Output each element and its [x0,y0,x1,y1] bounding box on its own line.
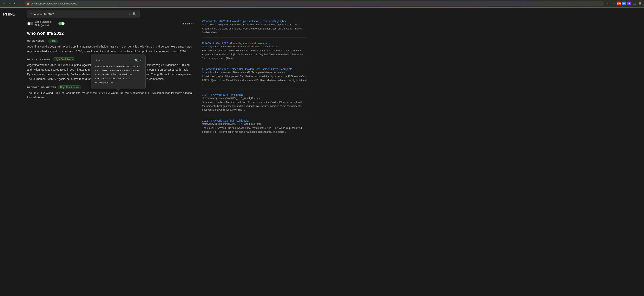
detail-toggle-dot [62,22,64,25]
search-result-4: 2022 FIFA World Cup final – Wikipedia ht… [202,119,307,134]
result-url: https://olympics.com/en/news/fifa-world-… [202,45,307,48]
search-result-0: Who won the 2022 FIFA World Cup? Final s… [202,19,307,38]
filter-row: Code Snippets Only (faster) | any time ~ [27,18,194,29]
quick-answer-confidence: High [48,39,58,43]
search-query-text: who won fifa 2022 [30,12,127,16]
extensions-button[interactable]: ▬ [632,1,636,5]
background-answer-text: The 2022 FIFA World Cup Final was the fi… [27,91,194,100]
search-result-2: FIFA World Cup 2022: Golden Ball, Golden… [202,67,307,89]
detailed-answer-confidence: High Confidence [52,57,75,61]
result-divider [202,37,307,38]
quick-answer-header: QUICK ANSWER High [27,39,194,43]
result-url: https://olympics.com/en/news/fifa-world-… [202,71,307,74]
source-tooltip: Source 🔍 × It was Argentina's third titl… [91,54,146,89]
background-answer-label: BACKGROUND ANSWER [27,86,56,88]
share-button[interactable]: ⬆ [606,1,610,6]
detailed-answer-label: DETAILED ANSWER [27,58,51,60]
result-title[interactable]: 2022 FIFA World Cup – Wikipedia [202,93,243,96]
page: PHIND who won fifa 2022 × 🔍 Code Snippet… [0,8,644,295]
result-title[interactable]: FIFA World Cup 2022: Golden Ball, Golden… [202,67,296,71]
source-tooltip-title: Source [95,59,103,62]
result-divider [202,89,307,89]
quick-answer-text: Argentina won the 2022 FIFA World Cup fi… [27,44,194,54]
detail-toggle[interactable] [58,22,65,25]
url-plus-button[interactable]: + [284,71,285,73]
search-result-1: FIFA World Cup 2022: All results, scores… [202,41,307,63]
address-text: phind.com/search?q=who+won+fifa+2022 [31,2,602,5]
browser-actions: ⬆ ☆ ABP G ✦ ▬ ☰ [606,1,642,6]
source-tooltip-close-button[interactable]: × [140,59,142,62]
browser-nav-buttons: ← → ↻ ⌂ [2,1,23,6]
source-tooltip-arrow [116,89,120,91]
content-area: Source 🔍 × It was Argentina's third titl… [27,39,194,104]
result-divider [202,63,307,63]
url-plus-button[interactable]: + [259,97,260,99]
filter-separator: | [54,22,55,25]
result-snippet: The 2022 FIFA World Cup final was the fi… [202,126,307,134]
result-snippet: Lionel Messi, Kylian Mbappe and Emi Mart… [202,74,307,86]
result-snippet: Teammates Emiliano Martínez and Enzo Fer… [202,100,307,112]
background-answer-confidence: High Confidence [58,85,81,89]
search-clear-button[interactable]: × [129,12,130,16]
anytime-filter-button[interactable]: any time ~ [182,22,194,25]
reload-button[interactable]: ↻ [13,1,18,6]
result-snippet: Argentina are the world champions. From … [202,27,307,34]
browser-chrome: ← → ↻ ⌂ 🔒 phind.com/search?q=who+won+fif… [0,0,644,7]
star-icon: ★ [256,97,258,99]
sidebar: PHIND [0,8,23,295]
search-bar[interactable]: who won fifa 2022 × 🔍 [27,10,140,18]
result-url: https://www.sportingnews.com/us/soccer/n… [202,23,307,26]
result-url: https://en.wikipedia.org/wiki/2022_FIFA_… [202,123,307,125]
logo[interactable]: PHIND [3,12,20,17]
menu-button[interactable]: ☰ [638,1,642,6]
answers-area: Source 🔍 × It was Argentina's third titl… [27,39,194,104]
search-bar-container: who won fifa 2022 × 🔍 [27,8,194,18]
result-title[interactable]: 2022 FIFA World Cup final – Wikipedia [202,119,248,122]
code-snippets-toggle[interactable] [27,22,34,25]
code-snippets-toggle-group: Code Snippets Only (faster) [27,20,52,27]
forward-button[interactable]: → [8,1,12,6]
bookmark-button[interactable]: ☆ [612,1,616,6]
ai-extension[interactable]: ✦ [627,1,631,5]
quick-answer-label: QUICK ANSWER [27,40,46,42]
toggle-dot [28,22,30,25]
result-snippet: FIFA World Cup 2022 results: Semi-finals… [202,49,307,60]
search-results: Who won the 2022 FIFA World Cup? Final s… [202,19,307,134]
url-plus-button[interactable]: + [277,45,278,48]
result-title[interactable]: FIFA World Cup 2022: All results, scores… [202,42,270,45]
result-title[interactable]: Who won the 2022 FIFA World Cup? Final s… [202,19,289,23]
search-submit-button[interactable]: 🔍 [132,12,136,16]
back-button[interactable]: ← [2,1,6,6]
search-result-3: 2022 FIFA World Cup – Wikipedia https://… [202,93,307,115]
google-extension[interactable]: G [622,1,626,5]
right-panel: Who won the 2022 FIFA World Cup? Final s… [198,8,310,295]
url-plus-button[interactable]: + [262,123,263,125]
code-snippets-label: Code Snippets Only (faster) [35,20,52,27]
lock-icon: 🔒 [27,2,30,5]
source-tooltip-body: It was Argentina's third title and their… [95,65,142,85]
star-icon: ★ [295,23,297,26]
source-tooltip-header: Source 🔍 × [95,59,142,62]
source-tooltip-search-icon[interactable]: 🔍 [134,59,138,62]
main-content: who won fifa 2022 × 🔍 Code Snippets Only… [23,8,198,295]
query-title: who won fifa 2022 [27,31,194,36]
home-button[interactable]: ⌂ [18,1,23,6]
url-plus-button[interactable]: + [298,23,299,26]
address-bar[interactable]: 🔒 phind.com/search?q=who+won+fifa+2022 [24,1,604,6]
adblock-extension[interactable]: ABP [617,1,621,5]
result-url: https://en.wikipedia.org/wiki/2022_FIFA_… [202,97,307,99]
